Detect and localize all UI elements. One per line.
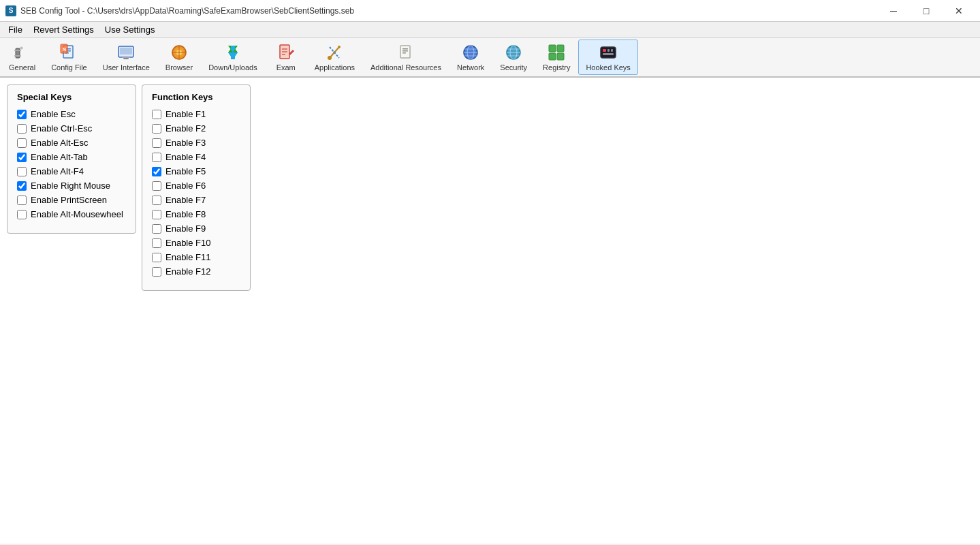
function-key-label-1: Enable F2 <box>165 123 206 134</box>
function-key-checkbox-8[interactable] <box>152 224 161 234</box>
function-key-row-5[interactable]: Enable F6 <box>152 181 240 191</box>
svg-rect-13 <box>122 57 130 58</box>
function-key-checkbox-0[interactable] <box>152 110 161 119</box>
svg-rect-54 <box>611 49 613 52</box>
toolbar-btn-config-file[interactable]: N Config File <box>44 40 95 75</box>
toolbar-btn-additional-resources-label: Additional Resources <box>370 63 441 72</box>
svg-rect-49 <box>549 53 556 60</box>
toolbar-btn-user-interface-label: User Interface <box>103 63 150 72</box>
svg-point-31 <box>338 46 341 48</box>
function-key-row-10[interactable]: Enable F11 <box>152 252 240 262</box>
function-key-checkbox-2[interactable] <box>152 138 161 148</box>
svg-rect-35 <box>402 50 408 52</box>
window-controls: ─ □ ✕ <box>878 0 975 22</box>
special-key-checkbox-2[interactable] <box>17 138 27 148</box>
toolbar-btn-security[interactable]: Security <box>492 40 535 75</box>
function-key-row-1[interactable]: Enable F2 <box>152 123 240 134</box>
function-key-checkbox-7[interactable] <box>152 210 161 219</box>
special-keys-panel: Special Keys Enable EscEnable Ctrl-EscEn… <box>7 84 136 234</box>
special-key-checkbox-7[interactable] <box>17 210 27 219</box>
special-key-row-6[interactable]: Enable PrintScreen <box>17 195 126 205</box>
toolbar-btn-applications[interactable]: Applications <box>307 40 362 75</box>
toolbar-btn-user-interface[interactable]: User Interface <box>95 40 157 75</box>
title-bar-left: S SEB Config Tool - C:\Users\drs\AppData… <box>5 5 354 16</box>
function-key-row-8[interactable]: Enable F9 <box>152 223 240 234</box>
special-key-row-4[interactable]: Enable Alt-F4 <box>17 166 126 176</box>
function-key-checkbox-3[interactable] <box>152 153 161 162</box>
function-key-checkbox-9[interactable] <box>152 238 161 248</box>
special-key-checkbox-3[interactable] <box>17 153 27 162</box>
toolbar-btn-additional-resources[interactable]: Additional Resources <box>363 40 449 75</box>
browser-icon <box>170 43 189 62</box>
toolbar-btn-registry[interactable]: Registry <box>535 40 578 75</box>
close-button[interactable]: ✕ <box>943 0 975 22</box>
function-key-label-11: Enable F12 <box>165 266 211 277</box>
special-key-label-3: Enable Alt-Tab <box>31 152 88 162</box>
function-key-checkbox-11[interactable] <box>152 267 161 277</box>
function-key-label-7: Enable F8 <box>165 209 206 219</box>
function-key-row-11[interactable]: Enable F12 <box>152 266 240 277</box>
svg-rect-52 <box>603 49 606 52</box>
special-key-label-7: Enable Alt-Mousewheel <box>31 209 123 219</box>
svg-rect-34 <box>402 48 408 50</box>
toolbar-btn-general-label: General <box>9 63 35 72</box>
applications-icon <box>325 43 344 62</box>
toolbar-btn-security-label: Security <box>500 63 527 72</box>
special-key-row-7[interactable]: Enable Alt-Mousewheel <box>17 209 126 219</box>
toolbar-btn-browser[interactable]: Browser <box>158 40 200 75</box>
menu-bar: File Revert Settings Use Settings <box>0 22 980 38</box>
menu-revert-settings[interactable]: Revert Settings <box>28 23 99 36</box>
function-keys-list: Enable F1Enable F2Enable F3Enable F4Enab… <box>152 109 240 277</box>
svg-rect-11 <box>120 48 132 54</box>
svg-rect-55 <box>603 53 614 55</box>
toolbar-btn-network[interactable]: Network <box>449 40 492 75</box>
special-key-row-2[interactable]: Enable Alt-Esc <box>17 138 126 148</box>
svg-rect-36 <box>402 52 406 54</box>
general-icon <box>13 43 32 62</box>
function-key-row-7[interactable]: Enable F8 <box>152 209 240 219</box>
special-key-checkbox-0[interactable] <box>17 110 27 119</box>
function-key-checkbox-1[interactable] <box>152 124 161 134</box>
svg-rect-3 <box>20 47 22 49</box>
maximize-button[interactable]: □ <box>911 0 942 22</box>
special-key-label-5: Enable Right Mouse <box>31 181 110 191</box>
title-bar: S SEB Config Tool - C:\Users\drs\AppData… <box>0 0 980 22</box>
function-key-label-8: Enable F9 <box>165 223 206 234</box>
window-title: SEB Config Tool - C:\Users\drs\AppData\R… <box>20 6 354 16</box>
svg-rect-51 <box>601 47 616 58</box>
function-key-row-3[interactable]: Enable F4 <box>152 152 240 162</box>
function-key-row-2[interactable]: Enable F3 <box>152 138 240 148</box>
function-key-row-0[interactable]: Enable F1 <box>152 109 240 119</box>
special-key-row-0[interactable]: Enable Esc <box>17 109 126 119</box>
function-key-checkbox-5[interactable] <box>152 181 161 191</box>
function-key-row-4[interactable]: Enable F5 <box>152 166 240 176</box>
special-key-checkbox-1[interactable] <box>17 124 27 134</box>
toolbar-btn-exam[interactable]: Exam <box>266 40 306 75</box>
security-icon <box>504 43 523 62</box>
function-key-checkbox-6[interactable] <box>152 196 161 205</box>
special-key-checkbox-4[interactable] <box>17 167 27 176</box>
toolbar-btn-hooked-keys[interactable]: Hooked Keys <box>578 40 637 75</box>
special-key-row-3[interactable]: Enable Alt-Tab <box>17 152 126 162</box>
special-key-row-5[interactable]: Enable Right Mouse <box>17 181 126 191</box>
svg-text:N: N <box>63 47 66 52</box>
minimize-button[interactable]: ─ <box>878 0 909 22</box>
menu-file[interactable]: File <box>3 23 28 36</box>
function-key-checkbox-4[interactable] <box>152 167 161 176</box>
function-key-label-9: Enable F10 <box>165 238 211 248</box>
panels-row: Special Keys Enable EscEnable Ctrl-EscEn… <box>7 84 973 291</box>
toolbar-btn-general[interactable]: General <box>1 40 43 75</box>
menu-use-settings[interactable]: Use Settings <box>99 23 161 36</box>
svg-rect-53 <box>607 49 610 52</box>
special-keys-list: Enable EscEnable Ctrl-EscEnable Alt-EscE… <box>17 109 126 219</box>
function-key-checkbox-10[interactable] <box>152 253 161 262</box>
toolbar-btn-down-uploads[interactable]: Down/Uploads <box>201 40 265 75</box>
function-key-row-6[interactable]: Enable F7 <box>152 195 240 205</box>
special-key-checkbox-5[interactable] <box>17 181 27 191</box>
function-key-row-9[interactable]: Enable F10 <box>152 238 240 248</box>
function-key-label-0: Enable F1 <box>165 109 206 119</box>
toolbar-btn-config-file-label: Config File <box>51 63 87 72</box>
special-key-checkbox-6[interactable] <box>17 196 27 205</box>
hooked-keys-icon <box>599 43 618 62</box>
special-key-row-1[interactable]: Enable Ctrl-Esc <box>17 123 126 134</box>
